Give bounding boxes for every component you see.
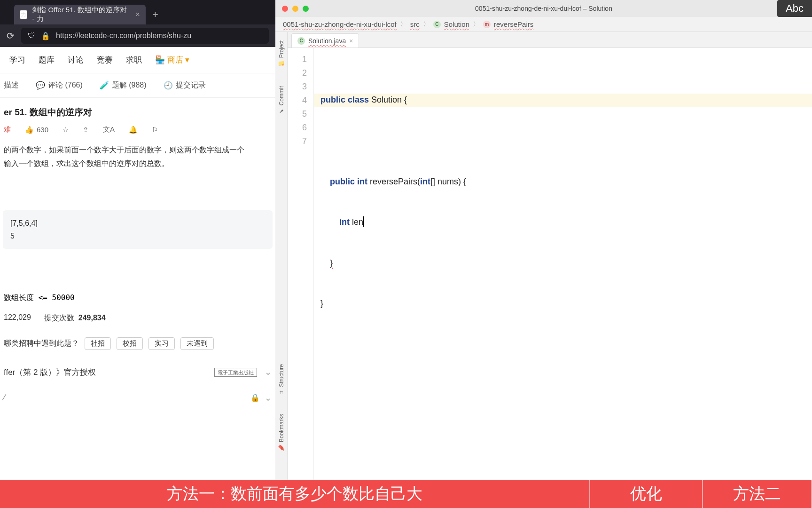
strip-optimize[interactable]: 优化 bbox=[590, 480, 703, 508]
company-question: 哪类招聘中遇到此题？ 社招 校招 实习 未遇到 bbox=[0, 329, 275, 358]
chip-intern[interactable]: 实习 bbox=[148, 337, 175, 350]
close-icon[interactable]: × bbox=[135, 10, 140, 19]
tool-bookmarks[interactable]: 🔖 Bookmarks bbox=[278, 414, 285, 452]
tool-commit[interactable]: ✔ Commit bbox=[278, 86, 285, 114]
editor-body[interactable]: 1234567 public class Solution { public i… bbox=[288, 48, 812, 480]
tab-title: 剑指 Offer 51. 数组中的逆序对 - 力 bbox=[32, 6, 131, 24]
line-gutter: 1234567 bbox=[288, 48, 314, 480]
minimize-window-icon[interactable] bbox=[292, 6, 298, 12]
book-auth-row[interactable]: ffer（第 2 版）》官方授权 電子工業出版社 ⌄ bbox=[0, 358, 275, 386]
maximize-window-icon[interactable] bbox=[303, 6, 309, 12]
address-bar[interactable]: 🛡 🔒 https://leetcode-cn.com/problems/shu… bbox=[21, 28, 269, 44]
tool-structure[interactable]: ⌗ Structure bbox=[278, 364, 285, 395]
bell-icon[interactable]: 🔔 bbox=[129, 126, 138, 134]
class-icon: C bbox=[297, 37, 305, 45]
strip-method1[interactable]: 方法一：数前面有多少个数比自己大 bbox=[0, 480, 590, 508]
nav-shop[interactable]: 🏪 商店 ▾ bbox=[155, 55, 189, 65]
nav-learn[interactable]: 学习 bbox=[9, 55, 25, 65]
tab-comments[interactable]: 💬 评论 (766) bbox=[36, 80, 83, 90]
company-q-label: 哪类招聘中遇到此题？ bbox=[4, 339, 79, 349]
tab-history[interactable]: 🕘 提交记录 bbox=[164, 80, 206, 90]
star-icon[interactable]: ☆ bbox=[62, 126, 69, 134]
ide-main: 📁 Project ✔ Commit ⌗ Structure 🔖 Bookmar… bbox=[275, 32, 812, 480]
problem-title: er 51. 数组中的逆序对 bbox=[0, 98, 275, 119]
site-nav: 学习 题库 讨论 竞赛 求职 🏪 商店 ▾ bbox=[0, 47, 275, 73]
url-text: https://leetcode-cn.com/problems/shu-zu bbox=[56, 32, 191, 40]
close-icon[interactable]: × bbox=[349, 37, 353, 45]
chip-none[interactable]: 未遇到 bbox=[180, 337, 214, 350]
nav-jobs[interactable]: 求职 bbox=[126, 55, 142, 65]
tool-project[interactable]: 📁 Project bbox=[278, 40, 285, 67]
ide-window-title: 0051-shu-zu-zhong-de-ni-xu-dui-lcof – So… bbox=[475, 5, 612, 12]
text-cursor bbox=[363, 216, 364, 227]
breadcrumb-row: ⁄ 🔒 ⌄ bbox=[0, 386, 275, 410]
editor-tabs: C Solution.java × bbox=[288, 32, 812, 48]
auth-text: ffer（第 2 版）》官方授权 bbox=[4, 367, 96, 378]
crumb-src[interactable]: src bbox=[410, 20, 420, 28]
class-icon: C bbox=[433, 21, 441, 28]
example-block: [7,5,6,4] 5 bbox=[3, 210, 273, 249]
lock-icon: 🔒 bbox=[250, 393, 260, 402]
lock-icon: 🔒 bbox=[41, 32, 50, 40]
code-area[interactable]: public class Solution { public int rever… bbox=[314, 48, 812, 480]
shield-icon: 🛡 bbox=[28, 32, 35, 40]
chevron-down-icon[interactable]: ⌄ bbox=[265, 367, 272, 377]
desc-line: 输入一个数组，求出这个数组中的逆序对的总数。 bbox=[4, 157, 272, 171]
share-icon[interactable]: ⇪ bbox=[83, 126, 89, 134]
problem-stats: 122,029 提交次数 249,834 bbox=[0, 308, 275, 329]
ide-titlebar: 0051-shu-zu-zhong-de-ni-xu-dui-lcof – So… bbox=[275, 0, 812, 17]
chip-social[interactable]: 社招 bbox=[85, 337, 111, 350]
nav-contest[interactable]: 竞赛 bbox=[97, 55, 113, 65]
browser-toolbar: ⟳ 🛡 🔒 https://leetcode-cn.com/problems/s… bbox=[0, 24, 275, 47]
bottom-strip: 方法一：数前面有多少个数比自己大 优化 方法二 bbox=[0, 480, 812, 508]
browser-tab[interactable]: 力 剑指 Offer 51. 数组中的逆序对 - 力 × bbox=[14, 5, 146, 24]
example-input: [7,5,6,4] bbox=[10, 217, 265, 230]
slash-icon: ⁄ bbox=[4, 393, 5, 403]
traffic-lights bbox=[282, 6, 309, 12]
crumb-method[interactable]: reversePairs bbox=[494, 20, 533, 28]
browser-window: 力 剑指 Offer 51. 数组中的逆序对 - 力 × + ⟳ 🛡 🔒 htt… bbox=[0, 0, 275, 480]
ide-breadcrumb: 0051-shu-zu-zhong-de-ni-xu-dui-lcof 〉 sr… bbox=[275, 17, 812, 32]
feedback-icon[interactable]: ⚐ bbox=[152, 126, 158, 134]
constraint: 数组长度 <= 50000 bbox=[0, 288, 275, 308]
nav-discuss[interactable]: 讨论 bbox=[68, 55, 84, 65]
publisher-logo: 電子工業出版社 bbox=[214, 368, 257, 377]
close-window-icon[interactable] bbox=[282, 6, 288, 12]
chevron-right-icon: 〉 bbox=[400, 20, 407, 29]
problem-actions: 难 👍 630 ☆ ⇪ 文A 🔔 ⚐ bbox=[0, 119, 275, 143]
ide-tool-sidebar: 📁 Project ✔ Commit ⌗ Structure 🔖 Bookmar… bbox=[275, 32, 288, 480]
new-tab-button[interactable]: + bbox=[146, 8, 165, 24]
reload-icon[interactable]: ⟳ bbox=[7, 30, 15, 41]
browser-tabbar: 力 剑指 Offer 51. 数组中的逆序对 - 力 × + bbox=[0, 0, 275, 24]
chevron-down-icon[interactable]: ⌄ bbox=[265, 393, 272, 403]
chevron-right-icon: 〉 bbox=[473, 20, 480, 29]
tab-solutions[interactable]: 🧪 题解 (988) bbox=[100, 80, 147, 90]
chip-campus[interactable]: 校招 bbox=[117, 337, 143, 350]
tab-description[interactable]: 描述 bbox=[4, 80, 19, 90]
problem-tabs: 描述 💬 评论 (766) 🧪 题解 (988) 🕘 提交记录 bbox=[0, 73, 275, 98]
tab-favicon: 力 bbox=[20, 10, 27, 19]
nav-problems[interactable]: 题库 bbox=[39, 55, 55, 65]
difficulty-badge: 难 bbox=[4, 125, 11, 134]
crumb-class[interactable]: Solution bbox=[444, 20, 469, 28]
editor-area: C Solution.java × 1234567 public class S… bbox=[288, 32, 812, 480]
strip-method2[interactable]: 方法二 bbox=[703, 480, 812, 508]
desc-line: 的两个数字，如果前面一个数字大于后面的数字，则这两个数字组成一个 bbox=[4, 143, 272, 157]
method-icon: m bbox=[483, 21, 491, 28]
problem-description: 的两个数字，如果前面一个数字大于后面的数字，则这两个数字组成一个 输入一个数组，… bbox=[0, 143, 275, 171]
pass-count: 122,029 bbox=[4, 313, 31, 323]
editor-tab[interactable]: C Solution.java × bbox=[291, 33, 359, 48]
translate-icon[interactable]: 文A bbox=[103, 125, 115, 134]
input-mode-badge: Abc bbox=[777, 0, 812, 17]
chevron-right-icon: 〉 bbox=[423, 20, 430, 29]
ide-window: 0051-shu-zu-zhong-de-ni-xu-dui-lcof – So… bbox=[275, 0, 812, 480]
crumb-project[interactable]: 0051-shu-zu-zhong-de-ni-xu-dui-lcof bbox=[283, 20, 397, 28]
editor-tab-label: Solution.java bbox=[308, 37, 346, 45]
example-output: 5 bbox=[10, 230, 265, 242]
submit-stats: 提交次数 249,834 bbox=[44, 313, 106, 323]
like-button[interactable]: 👍 630 bbox=[25, 126, 48, 134]
